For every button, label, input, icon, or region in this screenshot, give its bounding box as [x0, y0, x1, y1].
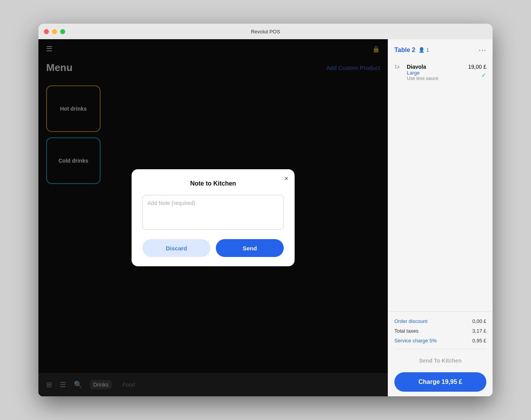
guest-number: 1 [426, 47, 429, 53]
taxes-value: 3,17 £ [472, 328, 486, 334]
confirmed-icon: ✓ [481, 71, 486, 79]
charge-button[interactable]: Charge 19,95 £ [394, 372, 486, 392]
main-content: ☰ 🔒 Menu Add Custom Product Hot drinks C… [38, 39, 493, 396]
titlebar: Revolut POS [38, 24, 493, 39]
order-item: 1x Diavola Large Use less sauce 19,00 £ … [388, 59, 493, 86]
modal-overlay: × Note to Kitchen Discard Send [38, 39, 388, 396]
table-name: Table 2 [394, 47, 415, 54]
item-note: Use less sauce [407, 76, 464, 81]
note-to-kitchen-modal: × Note to Kitchen Discard Send [132, 169, 295, 266]
service-charge-row: Service charge 5% 0,95 £ [394, 336, 486, 345]
guest-count: 👤 1 [418, 47, 429, 53]
discount-value: 0,00 £ [472, 318, 486, 324]
titlebar-controls [44, 29, 65, 34]
service-charge-label[interactable]: Service charge 5% [394, 338, 437, 344]
item-qty: 1x [394, 64, 403, 69]
app-window: Revolut POS ☰ 🔒 Menu Add Custom Product … [38, 24, 493, 396]
send-to-kitchen-button[interactable]: Send To Kitchen [394, 352, 486, 369]
guest-icon: 👤 [418, 47, 425, 53]
discard-button[interactable]: Discard [142, 239, 210, 257]
item-name: Diavola [407, 64, 464, 70]
taxes-label: Total taxes [394, 328, 418, 334]
order-footer: Order discount 0,00 £ Total taxes 3,17 £… [388, 311, 493, 396]
footer-divider [394, 349, 486, 349]
service-charge-value: 0,95 £ [472, 338, 486, 344]
note-textarea[interactable] [142, 195, 284, 230]
order-more-button[interactable]: ··· [479, 45, 486, 54]
discount-row: Order discount 0,00 £ [394, 316, 486, 326]
maximize-button[interactable] [60, 29, 65, 34]
left-panel: ☰ 🔒 Menu Add Custom Product Hot drinks C… [38, 39, 388, 396]
item-details: Diavola Large Use less sauce [407, 64, 464, 81]
item-price: 19,00 £ [468, 64, 486, 70]
item-price-column: 19,00 £ ✓ [468, 64, 486, 79]
order-table-info: Table 2 👤 1 [394, 47, 429, 54]
item-size: Large [407, 70, 464, 76]
right-panel: Table 2 👤 1 ··· 1x Diavola Large Use les… [388, 39, 493, 396]
close-button[interactable] [44, 29, 49, 34]
window-title: Revolut POS [251, 29, 280, 35]
modal-title: Note to Kitchen [142, 180, 284, 187]
order-header: Table 2 👤 1 ··· [388, 39, 493, 59]
minimize-button[interactable] [52, 29, 57, 34]
modal-buttons: Discard Send [142, 239, 284, 257]
send-button[interactable]: Send [216, 239, 284, 257]
taxes-row: Total taxes 3,17 £ [394, 326, 486, 336]
discount-label[interactable]: Order discount [394, 318, 427, 324]
modal-close-button[interactable]: × [284, 175, 288, 183]
